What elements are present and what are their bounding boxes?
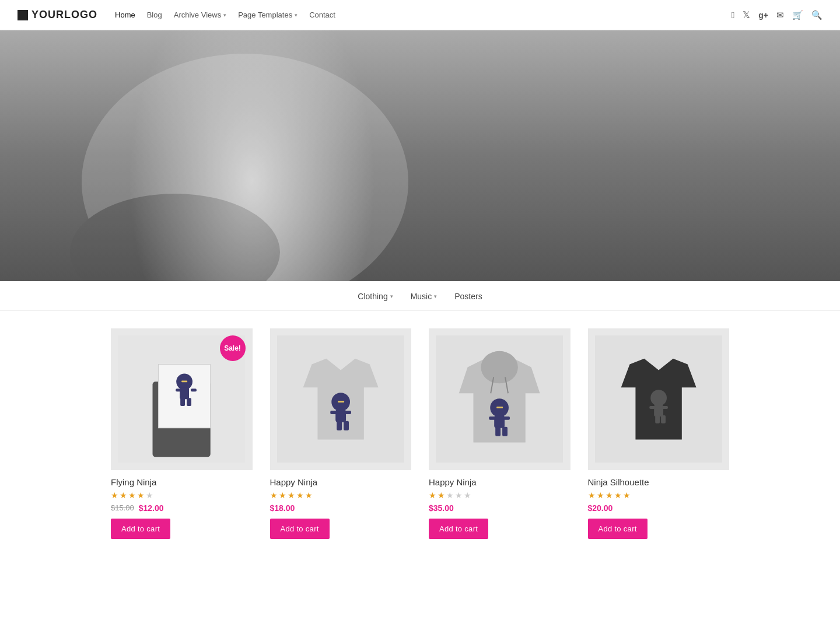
product-name-1: Happy Ninja bbox=[270, 477, 412, 487]
archive-views-arrow-icon: ▾ bbox=[223, 12, 226, 18]
star-5: ★ bbox=[623, 491, 631, 500]
product-card-0: Sale! bbox=[111, 328, 253, 544]
svg-rect-36 bbox=[654, 405, 663, 416]
svg-rect-7 bbox=[176, 388, 181, 391]
svg-rect-10 bbox=[187, 398, 191, 406]
price-1: $18.00 bbox=[270, 503, 295, 513]
price-2: $35.00 bbox=[429, 503, 454, 513]
add-to-cart-1[interactable]: Add to cart bbox=[270, 519, 330, 539]
search-icon[interactable]: 🔍 bbox=[811, 10, 822, 20]
nav-link-contact[interactable]: Contact bbox=[309, 10, 335, 19]
facebook-icon[interactable]:  bbox=[732, 10, 734, 20]
product-info-0: Flying Ninja ★ ★ ★ ★ ★ $15.00 $12.00 Add… bbox=[111, 470, 253, 544]
product-card-1: Happy Ninja ★ ★ ★ ★ ★ $18.00 Add to cart bbox=[270, 328, 412, 544]
star-4: ★ bbox=[137, 491, 145, 500]
product-image-happy-ninja-1[interactable] bbox=[270, 328, 412, 470]
cart-icon[interactable]: 🛒 bbox=[792, 10, 803, 20]
product-name-3: Ninja Silhouette bbox=[588, 477, 730, 487]
svg-rect-30 bbox=[495, 427, 501, 436]
star-3: ★ bbox=[288, 491, 295, 500]
svg-rect-11 bbox=[181, 381, 187, 383]
google-plus-icon[interactable]: g+ bbox=[758, 10, 768, 20]
price-new-0: $12.00 bbox=[139, 503, 164, 513]
svg-rect-20 bbox=[338, 401, 344, 402]
product-stars-3: ★ ★ ★ ★ ★ bbox=[588, 491, 730, 500]
category-posters[interactable]: Posters bbox=[454, 292, 482, 301]
add-to-cart-3[interactable]: Add to cart bbox=[588, 519, 648, 539]
product-name-2: Happy Ninja bbox=[429, 477, 570, 487]
star-5: ★ bbox=[305, 491, 313, 500]
svg-rect-19 bbox=[344, 421, 349, 430]
category-clothing[interactable]: Clothing ▾ bbox=[358, 292, 393, 301]
price-3: $20.00 bbox=[588, 503, 613, 513]
products-grid: Sale! bbox=[111, 328, 729, 544]
product-card-3: Ninja Silhouette ★ ★ ★ ★ ★ $20.00 Add to… bbox=[588, 328, 730, 544]
sale-badge: Sale! bbox=[220, 335, 246, 361]
product-stars-2: ★ ★ ★ ★ ★ bbox=[429, 491, 570, 500]
add-to-cart-2[interactable]: Add to cart bbox=[429, 519, 488, 539]
svg-rect-32 bbox=[496, 407, 503, 408]
product-image-happy-ninja-2[interactable] bbox=[429, 328, 570, 470]
product-image-ninja-silhouette[interactable] bbox=[588, 328, 730, 470]
star-4: ★ bbox=[614, 491, 622, 500]
star-1: ★ bbox=[270, 491, 278, 500]
svg-rect-28 bbox=[489, 416, 496, 420]
svg-rect-37 bbox=[649, 406, 655, 409]
product-svg-tshirt-1 bbox=[277, 335, 404, 463]
nav-link-archive-views[interactable]: Archive Views ▾ bbox=[174, 10, 226, 19]
logo[interactable]: YOURLOGO bbox=[18, 9, 97, 21]
hero-section bbox=[0, 30, 840, 281]
nav-link-blog[interactable]: Blog bbox=[147, 10, 162, 19]
svg-rect-18 bbox=[337, 421, 342, 430]
star-1: ★ bbox=[429, 491, 436, 500]
svg-rect-16 bbox=[330, 411, 337, 414]
product-card-2: Happy Ninja ★ ★ ★ ★ ★ $35.00 Add to cart bbox=[429, 328, 570, 544]
svg-rect-40 bbox=[661, 415, 666, 424]
svg-rect-38 bbox=[662, 406, 668, 409]
star-2: ★ bbox=[120, 491, 127, 500]
star-3: ★ bbox=[128, 491, 136, 500]
svg-rect-9 bbox=[180, 398, 185, 406]
star-1: ★ bbox=[588, 491, 596, 500]
price-row-1: $18.00 bbox=[270, 503, 412, 513]
star-2: ★ bbox=[597, 491, 604, 500]
svg-rect-31 bbox=[502, 427, 508, 436]
price-row-0: $15.00 $12.00 bbox=[111, 503, 253, 513]
navbar-left: YOURLOGO Home Blog Archive Views ▾ Page … bbox=[18, 9, 335, 21]
nav-link-page-templates[interactable]: Page Templates ▾ bbox=[238, 10, 298, 19]
music-arrow-icon: ▾ bbox=[434, 293, 437, 299]
price-row-2: $35.00 bbox=[429, 503, 570, 513]
logo-text: YOURLOGO bbox=[32, 9, 97, 21]
svg-rect-39 bbox=[655, 415, 660, 424]
category-nav: Clothing ▾ Music ▾ Posters bbox=[0, 281, 840, 311]
star-2: ★ bbox=[279, 491, 286, 500]
svg-point-23 bbox=[481, 351, 518, 384]
star-3: ★ bbox=[446, 491, 454, 500]
product-info-3: Ninja Silhouette ★ ★ ★ ★ ★ $20.00 Add to… bbox=[588, 470, 730, 544]
svg-rect-17 bbox=[344, 411, 351, 414]
price-old-0: $15.00 bbox=[111, 503, 134, 512]
product-stars-1: ★ ★ ★ ★ ★ bbox=[270, 491, 412, 500]
add-to-cart-0[interactable]: Add to cart bbox=[111, 519, 170, 539]
email-icon[interactable]: ✉ bbox=[776, 10, 784, 20]
product-name-0: Flying Ninja bbox=[111, 477, 253, 487]
star-3: ★ bbox=[606, 491, 613, 500]
svg-rect-8 bbox=[191, 388, 197, 391]
nav-links: Home Blog Archive Views ▾ Page Templates… bbox=[115, 10, 335, 19]
product-image-flying-ninja[interactable]: Sale! bbox=[111, 328, 253, 470]
page-templates-arrow-icon: ▾ bbox=[295, 12, 298, 18]
nav-link-home[interactable]: Home bbox=[115, 10, 135, 19]
star-4: ★ bbox=[455, 491, 463, 500]
twitter-icon[interactable]: 𝕏 bbox=[743, 9, 750, 20]
star-5: ★ bbox=[146, 491, 153, 500]
svg-rect-29 bbox=[503, 416, 510, 420]
svg-point-35 bbox=[650, 390, 667, 406]
price-row-3: $20.00 bbox=[588, 503, 730, 513]
product-info-2: Happy Ninja ★ ★ ★ ★ ★ $35.00 Add to cart bbox=[429, 470, 570, 544]
star-1: ★ bbox=[111, 491, 118, 500]
star-2: ★ bbox=[438, 491, 445, 500]
product-info-1: Happy Ninja ★ ★ ★ ★ ★ $18.00 Add to cart bbox=[270, 470, 412, 544]
product-svg-hoodie bbox=[436, 335, 563, 463]
product-stars-0: ★ ★ ★ ★ ★ bbox=[111, 491, 253, 500]
category-music[interactable]: Music ▾ bbox=[411, 292, 438, 301]
